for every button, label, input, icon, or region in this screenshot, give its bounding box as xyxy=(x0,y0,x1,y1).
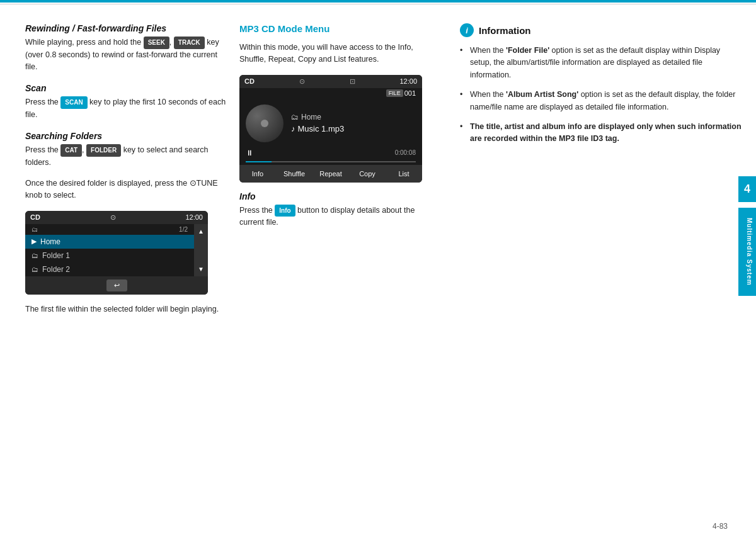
info-bullet-2: When the 'Album Artist Song' option is s… xyxy=(460,89,743,113)
mp3-repeat-btn[interactable]: Repeat xyxy=(312,167,349,180)
info-subsection: Info Press the Info button to display de… xyxy=(239,191,441,229)
page-number: 4-83 xyxy=(713,522,728,531)
mp3-info-btn[interactable]: Info xyxy=(239,167,276,180)
folder-button: FOLDER xyxy=(86,144,121,157)
folder-screen-cd: CD xyxy=(30,213,40,221)
mp3-icon2: ⊡ xyxy=(350,77,355,86)
mp3-song-label: ♪ Music 1.mp3 xyxy=(291,124,416,133)
mp3-intro: Within this mode, you will have access t… xyxy=(239,42,441,66)
right-column: i Information When the 'Folder File' opt… xyxy=(454,23,743,529)
folder-list: 🗂 1/2 ▶ Home 🗂 Folder 1 xyxy=(25,224,194,276)
info-bullet-1: When the 'Folder File' option is set as … xyxy=(460,45,743,81)
scroll-up-btn[interactable]: ▲ xyxy=(198,228,204,235)
information-list: When the 'Folder File' option is set as … xyxy=(460,45,743,145)
info-button: Info xyxy=(275,205,295,217)
mp3-screen-header: CD ⊙ ⊡ 12:00 xyxy=(239,75,422,88)
folder-home-label: Home xyxy=(40,237,60,246)
information-title: Information xyxy=(479,25,531,36)
folder-row-1: 🗂 Folder 1 xyxy=(25,249,194,263)
chapter-number: 4 xyxy=(738,176,756,202)
mp3-file-badge-row: FILE 001 xyxy=(239,88,422,98)
folder-row-2: 🗂 Folder 2 xyxy=(25,263,194,276)
mp3-controls-row: ⏸ 0:00:08 xyxy=(239,146,422,161)
mp3-elapsed-time: 0:00:08 xyxy=(395,149,416,156)
folder-screen-header: CD ⊙ 12:00 xyxy=(25,211,208,224)
mp3-file-number: 001 xyxy=(404,89,416,97)
folder-2-icon: 🗂 xyxy=(32,266,38,273)
folder-page: 1/2 xyxy=(179,226,188,233)
mp3-time: 12:00 xyxy=(399,77,417,85)
folder-screen-body-wrapper: 🗂 1/2 ▶ Home 🗂 Folder 1 xyxy=(25,224,208,276)
mp3-screen: CD ⊙ ⊡ 12:00 FILE 001 🗂 Home xyxy=(239,75,422,183)
mp3-file-badge: FILE xyxy=(386,89,403,97)
folder-screen-footer: ↩ xyxy=(25,276,208,295)
folder-home-icon: ▶ xyxy=(32,237,37,246)
searching-folders-body: Press the CAT, FOLDER key to select and … xyxy=(25,144,227,169)
folder-screen-time: 12:00 xyxy=(185,213,203,221)
back-button[interactable]: ↩ xyxy=(106,279,127,291)
folder-icon-top: 🗂 xyxy=(32,226,38,233)
scroll-down-btn[interactable]: ▼ xyxy=(198,266,204,273)
folder-1-icon: 🗂 xyxy=(32,252,38,259)
searching-folders-title: Searching Folders xyxy=(25,131,227,141)
mp3-track-info: 🗂 Home ♪ Music 1.mp3 xyxy=(291,113,416,133)
scan-title: Scan xyxy=(25,83,227,93)
mp3-note-icon: ♪ xyxy=(291,124,295,133)
scan-button: SCAN xyxy=(60,96,87,109)
middle-column: MP3 CD Mode Menu Within this mode, you w… xyxy=(239,23,454,529)
info-body: Press the Info button to display details… xyxy=(239,205,441,229)
cat-button: CAT xyxy=(60,144,82,157)
mp3-folder-label: 🗂 Home xyxy=(291,113,416,121)
mp3-main-area: 🗂 Home ♪ Music 1.mp3 xyxy=(239,98,422,146)
mp3-shuffle-btn[interactable]: Shuffle xyxy=(276,167,312,180)
info-bullet-3: The title, artist and album info are dis… xyxy=(460,121,743,145)
folder-1-label: Folder 1 xyxy=(42,251,70,260)
searching-folders-section: Searching Folders Press the CAT, FOLDER … xyxy=(25,131,227,315)
mp3-play-pause-btn[interactable]: ⏸ xyxy=(246,149,253,157)
scroll-buttons: ▲ ▼ xyxy=(194,224,208,276)
mp3-list-btn[interactable]: List xyxy=(386,167,422,180)
folder-screen-icon: ⊙ xyxy=(110,213,116,222)
chapter-label: Multimedia System xyxy=(738,208,756,296)
cd-disc-graphic xyxy=(246,104,284,142)
info-subtitle: Info xyxy=(239,191,441,201)
left-column: Rewinding / Fast-forwarding Files While … xyxy=(25,23,239,529)
information-header: i Information xyxy=(460,23,743,37)
rewind-title: Rewinding / Fast-forwarding Files xyxy=(25,23,227,33)
mp3-nav-bar: Info Shuffle Repeat Copy List xyxy=(239,165,422,183)
folder-footer-text: The first file within the selected folde… xyxy=(25,303,227,315)
folder-row-home: ▶ Home xyxy=(25,235,194,249)
mp3-progress-bar xyxy=(246,161,416,162)
scan-body: Press the SCAN key to play the first 10 … xyxy=(25,96,227,121)
mp3-mode-title: MP3 CD Mode Menu xyxy=(239,23,441,34)
track-button: TRACK xyxy=(174,37,205,49)
scan-section: Scan Press the SCAN key to play the firs… xyxy=(25,83,227,121)
seek-button: SEEK xyxy=(144,37,169,49)
folder-screen: CD ⊙ 12:00 🗂 1/2 ▶ Home xyxy=(25,211,208,295)
mp3-cd-label: CD xyxy=(244,77,255,85)
top-blue-line xyxy=(0,0,756,3)
rewind-section: Rewinding / Fast-forwarding Files While … xyxy=(25,23,227,73)
rewind-body: While playing, press and hold the SEEK, … xyxy=(25,37,227,73)
mp3-copy-btn[interactable]: Copy xyxy=(349,167,386,180)
folder-2-label: Folder 2 xyxy=(42,265,70,274)
folder-tune-text: Once the desired folder is displayed, pr… xyxy=(25,178,227,202)
info-circle-icon: i xyxy=(460,23,474,37)
mp3-folder-icon: 🗂 xyxy=(291,113,299,121)
mp3-icon1: ⊙ xyxy=(299,77,305,86)
